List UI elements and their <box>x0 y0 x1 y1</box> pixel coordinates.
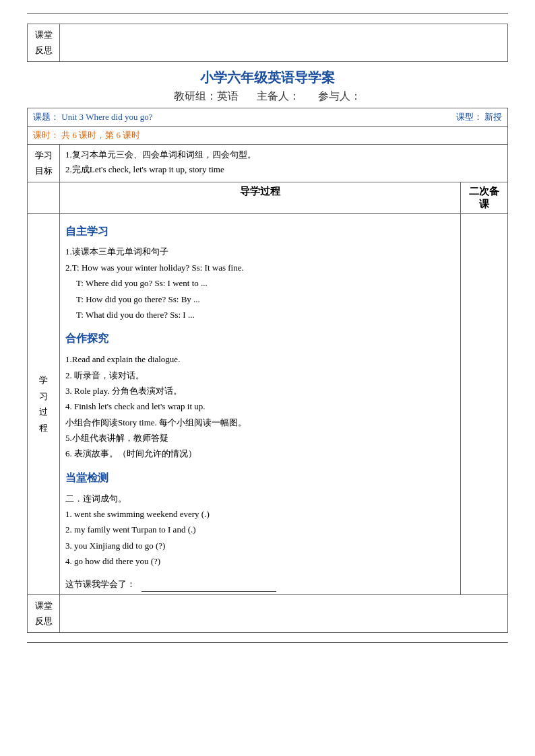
hezuo-header: 合作探究 <box>65 329 455 349</box>
dangtan-s2: 3. you Xinjiang did to go (?) <box>65 538 455 553</box>
dangtan-s0: 1. went she swimming weekend every (.) <box>65 506 455 522</box>
ke-ti-value: Unit 3 Where did you go? <box>61 112 152 122</box>
xue-xi-label: 学习 目标 <box>28 144 60 182</box>
ke-xing-value: 新授 <box>484 112 502 122</box>
bottom-ketang-row: 课堂 反思 <box>28 594 508 632</box>
secondary-content <box>461 213 508 594</box>
ke-ti-label: 课题： <box>33 112 59 122</box>
xue-xi-content: 1.复习本单元三会、四会单词和词组，四会句型。 2.完成Let's check,… <box>60 144 508 182</box>
hezuo-item-1: 2. 听录音，读对话。 <box>65 368 455 383</box>
guide-header-row: 导学过程 二次备课 <box>28 182 508 213</box>
guide-process-header: 导学过程 <box>60 182 461 213</box>
zizhu-item-2: T: Where did you go? Ss: I went to ... <box>76 275 455 291</box>
dangtan-intro: 二．连词成句。 <box>65 491 455 506</box>
top-divider <box>27 13 508 14</box>
zizhu-header: 自主学习 <box>65 222 455 242</box>
group-label: 教研组：英语 <box>174 90 239 102</box>
ke-xing-label: 课型： <box>456 112 482 122</box>
top-ketang-label: 课堂 反思 <box>28 24 60 62</box>
bottom-ketang-label: 课堂 反思 <box>28 594 60 632</box>
top-ketang-content <box>60 24 508 62</box>
hezuo-item-4: 小组合作阅读Story time. 每个小组阅读一幅图。 <box>65 415 455 430</box>
dangtan-header: 当堂检测 <box>65 469 455 488</box>
ke-ti-row: 课题： Unit 3 Where did you go? 课型： 新授 <box>28 108 508 126</box>
hezuo-item-2: 3. Role play. 分角色表演对话。 <box>65 383 455 399</box>
zizhu-item-3: T: How did you go there? Ss: By ... <box>76 291 455 307</box>
ke-shi-value: 共 6 课时，第 6 课时 <box>61 130 140 140</box>
bottom-divider <box>27 642 508 643</box>
footer-line: 这节课我学会了： <box>65 576 455 592</box>
lead-label: 主备人： <box>257 90 300 102</box>
process-content: 自主学习 1.读课本三单元单词和句子 2.T: How was your win… <box>60 213 461 594</box>
ke-shi-cell: 课时： 共 6 课时，第 6 课时 <box>28 126 508 144</box>
mubiao-item-1: 1.复习本单元三会、四会单词和词组，四会句型。 <box>65 147 502 162</box>
zizhu-item-0: 1.读课本三单元单词和句子 <box>65 244 455 259</box>
main-table: 课题： Unit 3 Where did you go? 课型： 新授 课时： … <box>27 108 508 633</box>
zizhu-item-4: T: What did you do there? Ss: I ... <box>76 307 455 322</box>
process-row: 学习过程 自主学习 1.读课本三单元单词和句子 2.T: How was you… <box>28 213 508 594</box>
dangtan-s3: 4. go how did there you (?) <box>65 553 455 569</box>
hezuo-item-0: 1.Read and explain the dialogue. <box>65 351 455 367</box>
dangtan-s1: 2. my family went Turpan to I and (.) <box>65 522 455 537</box>
footer-label: 这节课我学会了： <box>65 579 135 589</box>
sub-title: 教研组：英语 主备人： 参与人： <box>27 90 508 104</box>
top-ketang-table: 课堂 反思 <box>27 24 508 62</box>
hezuo-item-3: 4. Finish let's check and let's wrap it … <box>65 399 455 414</box>
participants-label: 参与人： <box>318 90 361 102</box>
mubiao-item-2: 2.完成Let's check, let's wrap it up, story… <box>65 162 502 177</box>
xue-xi-mubiao-row: 学习 目标 1.复习本单元三会、四会单词和词组，四会句型。 2.完成Let's … <box>28 144 508 182</box>
hezuo-item-6: 6. 表演故事。（时间允许的情况） <box>65 446 455 461</box>
ke-ti-cell: 课题： Unit 3 Where did you go? 课型： 新授 <box>28 108 508 126</box>
bottom-ketang-content <box>60 594 508 632</box>
guide-header-empty <box>28 182 60 213</box>
main-title: 小学六年级英语导学案 <box>27 69 508 87</box>
guide-secondary-header: 二次备课 <box>461 182 508 213</box>
title-section: 小学六年级英语导学案 教研组：英语 主备人： 参与人： <box>27 69 508 104</box>
hezuo-item-5: 5.小组代表讲解，教师答疑 <box>65 430 455 446</box>
ke-xing: 课型： 新授 <box>456 111 502 123</box>
ke-shi-label: 课时： <box>33 130 59 140</box>
ke-shi-row: 课时： 共 6 课时，第 6 课时 <box>28 126 508 144</box>
zizhu-item-1: 2.T: How was your winter holiday? Ss: It… <box>65 260 455 275</box>
process-label: 学习过程 <box>28 213 60 594</box>
footer-underline <box>141 591 276 592</box>
